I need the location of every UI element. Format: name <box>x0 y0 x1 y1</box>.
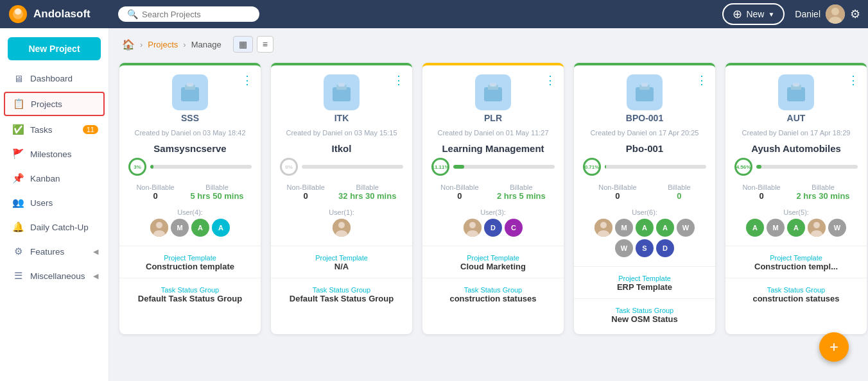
progress-row: 4.56% <box>725 158 867 181</box>
card-header: AUT ⋮ <box>725 65 867 127</box>
template-section: Project Template Construction templ... <box>725 250 867 274</box>
card-name[interactable]: Ayush Automobiles <box>725 143 867 158</box>
topnav-right: ⊕ New ▼ Daniel ⚙ <box>722 3 860 25</box>
sidebar-item-tasks[interactable]: ✅ Tasks 11 <box>0 117 108 142</box>
svg-point-4 <box>831 8 839 15</box>
card-divider <box>422 246 564 246</box>
card-divider-2 <box>119 278 261 278</box>
task-status-section: Task Status Group New OSM Status <box>574 303 715 326</box>
sidebar-label-tasks: Tasks <box>30 125 53 135</box>
user-avatar: W <box>615 239 633 257</box>
dailycatchup-icon: 🔔 <box>12 221 24 233</box>
progress-bar-fill <box>453 165 464 169</box>
users-avatars: MAAW <box>595 219 695 237</box>
kebab-menu-icon[interactable]: ⋮ <box>241 73 253 87</box>
billing-row: Non-Billable 0 Billable 2 hrs 30 mins <box>725 181 867 206</box>
sidebar-item-dashboard[interactable]: 🖥 Dashboard <box>0 67 108 90</box>
list-view-button[interactable]: ≡ <box>257 36 273 53</box>
card-code: PLR <box>484 113 502 123</box>
users-icon: 👥 <box>12 197 24 208</box>
svg-rect-8 <box>187 83 193 87</box>
svg-point-16 <box>338 222 345 228</box>
task-status-section: Task Status Group construction statuses <box>725 282 867 306</box>
card-divider-2 <box>574 298 715 299</box>
fab-plus-icon: + <box>829 338 838 356</box>
milestones-icon: 🚩 <box>12 148 24 160</box>
svg-point-34 <box>813 222 820 228</box>
sidebar-item-milestones[interactable]: 🚩 Milestones <box>0 142 108 166</box>
billable-label: Billable <box>497 183 546 191</box>
sidebar-item-users[interactable]: 👥 Users <box>0 190 108 215</box>
card-header: SSS ⋮ <box>119 65 261 127</box>
new-project-button[interactable]: New Project <box>8 37 101 60</box>
user-avatar <box>333 219 351 237</box>
kebab-menu-icon[interactable]: ⋮ <box>544 73 556 87</box>
user-avatar: M <box>767 219 785 237</box>
billable-value: 2 hrs 5 mins <box>497 191 546 201</box>
progress-circle: 0.71% <box>583 158 601 176</box>
logo-text: Andolasoft <box>33 8 91 21</box>
kebab-menu-icon[interactable]: ⋮ <box>393 73 404 87</box>
non-billable-value: 0 <box>287 191 325 201</box>
gear-icon[interactable]: ⚙ <box>850 7 860 21</box>
card-name[interactable]: Itkol <box>271 143 412 158</box>
sidebar-label-features: Features <box>30 247 64 257</box>
user-avatar: A <box>656 219 674 237</box>
non-billable-label: Non-Billable <box>742 183 780 191</box>
user-avatar: M <box>615 219 633 237</box>
grid-view-button[interactable]: ▦ <box>233 36 253 53</box>
billing-row: Non-Billable 0 Billable 5 hrs 50 mins <box>119 181 261 206</box>
user-name: Daniel <box>795 9 820 19</box>
users-label: User(1): <box>329 208 354 216</box>
card-divider <box>574 266 715 267</box>
progress-bar <box>605 165 706 169</box>
template-value: ERP Template <box>583 282 706 292</box>
search-box[interactable]: 🔍 <box>118 6 259 22</box>
new-button[interactable]: ⊕ New ▼ <box>722 3 785 25</box>
sidebar-item-features[interactable]: ⚙ Features ◀ <box>0 239 108 264</box>
sidebar: New Project 🖥 Dashboard 📋 Projects ✅ Tas… <box>0 28 109 381</box>
card-icon <box>475 74 511 110</box>
billable-label: Billable <box>190 183 243 191</box>
card-name[interactable]: Samsysncserve <box>119 143 261 158</box>
breadcrumb-projects[interactable]: Projects <box>148 40 178 49</box>
kebab-menu-icon[interactable]: ⋮ <box>847 73 859 87</box>
sidebar-item-daily-catchup[interactable]: 🔔 Daily Catch-Up <box>0 215 108 239</box>
kebab-menu-icon[interactable]: ⋮ <box>696 73 707 87</box>
progress-circle: 0% <box>280 158 298 176</box>
card-divider <box>119 246 261 246</box>
card-name[interactable]: Learning Management <box>422 143 564 158</box>
card-created: Created by Daniel on 01 May 11:27 <box>431 128 555 138</box>
main-content: 🏠 › Projects › Manage ▦ ≡ SSS ⋮ <box>109 28 868 381</box>
sidebar-item-kanban[interactable]: 📌 Kanban <box>0 166 108 190</box>
card-code: ITK <box>334 113 349 123</box>
users-avatars: DC <box>464 219 523 237</box>
billing-billable: Billable 0 <box>668 183 690 201</box>
sidebar-item-miscellaneous[interactable]: ☰ Miscellaneous ◀ <box>0 264 108 288</box>
users-row: User(1): <box>271 206 412 242</box>
billable-value: 2 hrs 30 mins <box>796 191 849 201</box>
card-name[interactable]: Pbo-001 <box>574 143 715 158</box>
fab-button[interactable]: + <box>819 332 849 362</box>
task-status-value: Default Task Status Group <box>280 294 403 303</box>
task-status-section: Task Status Group Default Task Status Gr… <box>271 282 412 306</box>
project-card-bpo001: BPO-001 ⋮ Created by Daniel on 17 Apr 20… <box>574 63 715 334</box>
card-code: AUT <box>787 113 806 123</box>
users-label: User(5): <box>783 208 809 216</box>
sidebar-label-milestones: Milestones <box>30 149 72 159</box>
sidebar-item-projects[interactable]: 📋 Projects <box>4 92 105 116</box>
card-created: Created by Daniel on 17 Apr 20:25 <box>583 128 706 138</box>
search-input[interactable] <box>142 10 250 19</box>
template-label: Project Template <box>583 275 706 282</box>
user-avatar <box>808 219 826 237</box>
svg-rect-14 <box>338 83 345 87</box>
dashboard-icon: 🖥 <box>12 73 24 84</box>
home-icon[interactable]: 🏠 <box>122 38 135 51</box>
progress-circle: 3% <box>128 158 146 176</box>
template-label: Project Template <box>734 254 858 262</box>
users-label: User(3): <box>480 208 506 216</box>
user-avatar: D <box>656 239 674 257</box>
user-avatar: A <box>212 219 230 237</box>
kanban-icon: 📌 <box>12 173 24 184</box>
breadcrumb-sep2: › <box>183 40 186 49</box>
